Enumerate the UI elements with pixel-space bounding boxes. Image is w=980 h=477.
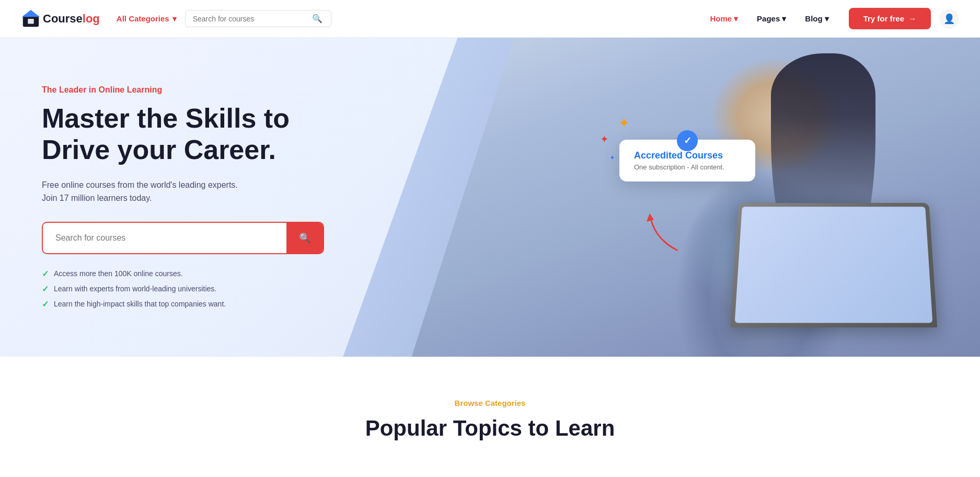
check-icon-3: ✓ — [42, 299, 49, 309]
checklist-item-1: ✓ Access more then 100K online courses. — [42, 269, 448, 279]
navbar: Courselog All Categories ▾ 🔍 Home ▾ Page… — [0, 0, 980, 38]
sparkle-pink-icon: ✦ — [600, 133, 609, 145]
all-categories-label: All Categories — [117, 14, 169, 23]
nav-pages[interactable]: Pages ▾ — [750, 10, 793, 28]
hero-eyebrow: The Leader in Online Learning — [42, 85, 448, 95]
logo-text: Courselog — [43, 12, 100, 26]
search-icon: 🔍 — [299, 233, 310, 243]
svg-rect-2 — [28, 19, 33, 24]
nav-right: Home ▾ Pages ▾ Blog ▾ Try for free → 👤 — [702, 8, 959, 29]
hero-laptop — [730, 203, 938, 327]
sparkle-yellow-icon: ✦ — [618, 115, 630, 131]
nav-search-container: 🔍 — [185, 10, 331, 27]
nav-search-input[interactable] — [193, 15, 308, 23]
nav-home[interactable]: Home ▾ — [702, 10, 745, 28]
check-icon-2: ✓ — [42, 284, 49, 294]
checklist-item-3: ✓ Learn the high-impact skills that top … — [42, 299, 448, 309]
hero-checklist: ✓ Access more then 100K online courses. … — [42, 269, 448, 309]
user-account-button[interactable]: 👤 — [939, 9, 959, 29]
chevron-down-icon: ▾ — [782, 14, 786, 24]
all-categories-dropdown[interactable]: All Categories ▾ — [117, 14, 177, 24]
hero-search-container: 🔍 — [42, 222, 324, 254]
arrow-decoration — [635, 208, 687, 263]
search-icon: 🔍 — [312, 14, 322, 24]
svg-marker-1 — [22, 9, 40, 16]
svg-marker-3 — [647, 213, 654, 222]
try-free-button[interactable]: Try for free → — [849, 8, 931, 29]
arrow-right-icon: → — [908, 14, 916, 23]
chevron-down-icon: ▾ — [825, 14, 829, 24]
hero-subtitle: Free online courses from the world's lea… — [42, 178, 314, 205]
hero-content: The Leader in Online Learning Master the… — [0, 38, 490, 357]
browse-section: Browse Categories Popular Topics to Lear… — [0, 357, 980, 462]
chevron-down-icon: ▾ — [734, 14, 738, 24]
logo-icon — [21, 9, 41, 29]
hero-search-input[interactable] — [43, 224, 286, 252]
floating-card-subtitle: One subscription - All content. — [634, 163, 741, 171]
user-icon: 👤 — [943, 13, 955, 25]
browse-eyebrow: Browse Categories — [21, 399, 959, 407]
floating-accredited-card: ✓ Accredited Courses One subscription - … — [619, 140, 755, 181]
chevron-down-icon: ▾ — [172, 14, 177, 24]
hero-section: The Leader in Online Learning Master the… — [0, 38, 980, 357]
sparkle-blue-icon: ✦ — [609, 154, 615, 162]
checklist-item-2: ✓ Learn with experts from world-leading … — [42, 284, 448, 294]
checkmark-icon: ✓ — [684, 135, 691, 146]
hero-title: Master the Skills to Drive your Career. — [42, 103, 448, 166]
floating-card-badge: ✓ — [677, 130, 698, 151]
check-icon-1: ✓ — [42, 269, 49, 279]
hero-search-button[interactable]: 🔍 — [286, 223, 323, 253]
nav-blog[interactable]: Blog ▾ — [798, 10, 836, 28]
logo[interactable]: Courselog — [21, 9, 100, 29]
floating-card-title: Accredited Courses — [634, 150, 741, 161]
browse-title: Popular Topics to Learn — [21, 416, 959, 441]
